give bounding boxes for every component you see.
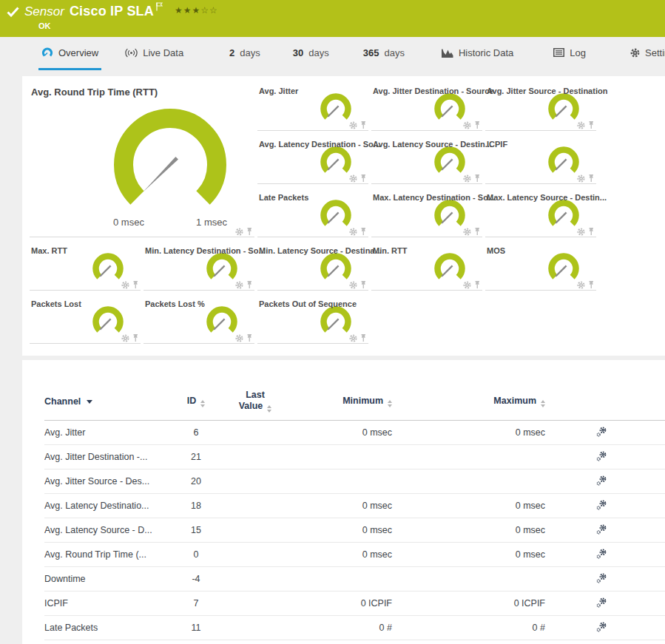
gauge-pin-icon[interactable] (587, 281, 595, 289)
gauge-pin-icon[interactable] (359, 334, 367, 342)
channel-name[interactable]: Avg. Jitter Source - Des... (44, 476, 170, 487)
gauge-pin-icon[interactable] (587, 174, 595, 183)
priority-stars[interactable]: ★★★☆☆ (175, 5, 218, 16)
gauge-pin-icon[interactable] (473, 228, 481, 236)
channel-name[interactable]: ICPIF (44, 598, 170, 609)
gauge-pin-icon[interactable] (473, 174, 481, 183)
channel-minimum: 0 msec (288, 501, 414, 511)
sort-icon (541, 400, 545, 407)
gauge-settings-gear-icon[interactable] (577, 281, 585, 289)
gauge-pin-icon[interactable] (132, 281, 139, 289)
gauge-title: Min. Latency Source - Destina... (259, 246, 382, 255)
gauge-title: Avg. Round Trip Time (RTT) (31, 87, 158, 98)
gauge-settings-gear-icon[interactable] (349, 174, 357, 183)
gauge-settings-gear-icon[interactable] (463, 281, 471, 289)
gauge-pin-icon[interactable] (359, 281, 367, 289)
channel-settings-gears-icon[interactable] (595, 548, 607, 560)
channel-settings-gears-icon[interactable] (595, 426, 607, 438)
col-header-id[interactable]: ID (170, 396, 222, 407)
channel-name[interactable]: Avg. Latency Destinatio... (44, 501, 170, 511)
gauge-pin-icon[interactable] (359, 174, 367, 183)
channel-name[interactable]: Avg. Latency Source - D... (44, 525, 170, 535)
mini-gauge (318, 92, 354, 126)
tab-30-days[interactable]: 30 days (290, 37, 332, 70)
gauge-pin-icon[interactable] (246, 228, 253, 236)
gauge-settings-gear-icon[interactable] (577, 174, 585, 183)
col-header-channel[interactable]: Channel (44, 396, 170, 407)
mini-gauge (432, 251, 467, 285)
table-row: Avg. Jitter Destination -...21 (44, 445, 665, 470)
gauge-pin-icon[interactable] (132, 334, 139, 342)
channel-settings-gears-icon[interactable] (595, 475, 607, 487)
gauge-title: Min. RTT (373, 246, 407, 255)
gauge-tile: Packets Out of Sequence (257, 291, 368, 344)
mini-gauge (318, 251, 354, 285)
tab-label: Overview (58, 47, 98, 58)
gauge-pin-icon[interactable] (473, 121, 481, 129)
gauge-settings-gear-icon[interactable] (577, 228, 585, 236)
gauge-settings-gear-icon[interactable] (349, 228, 357, 236)
channel-minimum: 0 ICPIF (288, 598, 414, 609)
gauge-settings-gear-icon[interactable] (121, 281, 129, 289)
gauge-settings-gear-icon[interactable] (235, 334, 243, 342)
gauge-settings-gear-icon[interactable] (577, 121, 585, 129)
channel-name[interactable]: Avg. Jitter (44, 427, 170, 438)
channel-settings-gears-icon[interactable] (595, 450, 607, 462)
gauge-pin-icon[interactable] (246, 334, 253, 342)
mini-gauge (204, 251, 240, 285)
sensor-header: Sensor Cisco IP SLA ★★★☆☆ OK (0, 0, 665, 37)
channel-name[interactable]: Downtime (44, 574, 170, 584)
flag-icon[interactable] (156, 2, 163, 11)
status-ok-check-icon (7, 7, 19, 17)
tab-live-data[interactable]: Live Data (122, 37, 186, 70)
gauge-settings-gear-icon[interactable] (349, 334, 357, 342)
gauge-pin-icon[interactable] (587, 121, 595, 129)
gauge-pin-icon[interactable] (473, 281, 481, 289)
channel-settings-gears-icon[interactable] (595, 523, 607, 535)
gauge-title: Min. Latency Destination - So... (145, 246, 266, 255)
channel-id: 7 (170, 598, 222, 609)
channel-settings-gears-icon[interactable] (595, 621, 607, 633)
tab-settings[interactable]: Settings (627, 37, 665, 70)
channel-name[interactable]: Avg. Jitter Destination -... (44, 452, 170, 462)
table-row: Downtime-4 (44, 567, 665, 592)
gauge-settings-gear-icon[interactable] (121, 334, 129, 342)
gauge-settings-gear-icon[interactable] (463, 121, 471, 129)
tab-overview[interactable]: Overview (38, 37, 101, 70)
gauge-pin-icon[interactable] (359, 121, 367, 129)
channel-name[interactable]: Late Packets (44, 623, 170, 633)
gauge-title: Avg. Jitter (259, 87, 298, 95)
channel-id: 0 (170, 549, 222, 560)
col-header-minimum[interactable]: Minimum (288, 396, 414, 407)
channel-name[interactable]: Avg. Round Trip Time (... (44, 549, 170, 560)
gauge-settings-gear-icon[interactable] (235, 228, 243, 236)
channel-settings-gears-icon[interactable] (595, 597, 607, 609)
gauge-settings-gear-icon[interactable] (463, 174, 471, 183)
mini-gauge (90, 305, 126, 339)
channel-maximum: 0 msec (414, 525, 566, 535)
gauge-pin-icon[interactable] (587, 228, 595, 236)
channel-settings-gears-icon[interactable] (595, 572, 607, 584)
table-row: Avg. Jitter Source - Des...20 (44, 470, 665, 494)
tab-365-days[interactable]: 365 days (360, 37, 408, 70)
channel-settings-gears-icon[interactable] (595, 499, 607, 511)
gauge-settings-gear-icon[interactable] (235, 281, 243, 289)
sort-icon (200, 400, 205, 407)
gauge-scale-min: 0 msec (113, 217, 144, 228)
gauge-title: Late Packets (259, 193, 308, 202)
live-data-icon (125, 48, 138, 58)
tab-historic-data[interactable]: Historic Data (439, 37, 516, 70)
gauge-settings-gear-icon[interactable] (349, 281, 357, 289)
col-header-maximum[interactable]: Maximum (414, 396, 566, 407)
gauge-settings-gear-icon[interactable] (349, 121, 357, 129)
gauge-pin-icon[interactable] (359, 228, 367, 236)
gauge-settings-gear-icon[interactable] (463, 228, 471, 236)
col-header-last-value[interactable]: Last Value (222, 390, 288, 413)
tab-2-days[interactable]: 2 days (226, 37, 263, 70)
tab-log[interactable]: Log (550, 37, 589, 70)
tab-label: days (384, 47, 404, 58)
gauge-icon (41, 47, 53, 58)
log-icon (553, 48, 564, 57)
gauge-tile: Avg. Latency Destination - So... (257, 131, 368, 184)
gauge-pin-icon[interactable] (246, 281, 253, 289)
